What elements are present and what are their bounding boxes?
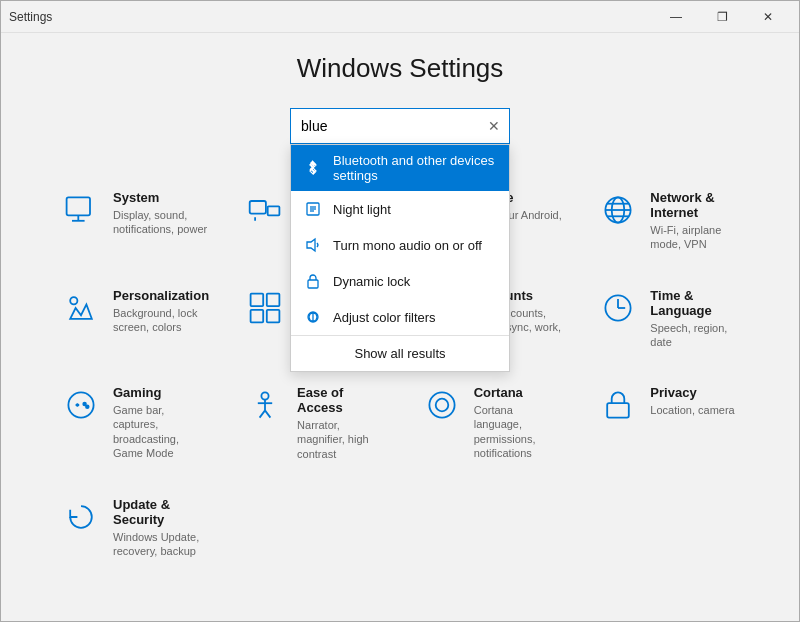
update-title: Update & Security	[113, 497, 209, 527]
search-container: ✕ Bluetooth and other devices settings	[41, 108, 759, 144]
nightlight-icon	[303, 199, 323, 219]
dropdown-item-dynamiclock[interactable]: Dynamic lock	[291, 263, 509, 299]
main-content: Windows Settings ✕ Bluetooth and other d…	[1, 33, 799, 593]
search-wrapper: ✕ Bluetooth and other devices settings	[290, 108, 510, 144]
apps-icon	[245, 288, 285, 328]
gaming-desc: Game bar, captures, broadcasting, Game M…	[113, 403, 209, 460]
update-desc: Windows Update, recovery, backup	[113, 530, 209, 559]
svg-point-39	[429, 393, 454, 418]
ease-title: Ease of Access	[297, 385, 386, 415]
settings-item-ease[interactable]: Ease of Access Narrator, magnifier, high…	[235, 371, 396, 475]
svg-point-34	[261, 393, 268, 400]
title-bar: Settings — ❐ ✕	[1, 1, 799, 33]
close-button[interactable]: ✕	[745, 1, 791, 33]
search-input[interactable]	[290, 108, 510, 144]
bluetooth-icon	[303, 158, 323, 178]
system-desc: Display, sound, notifications, power	[113, 208, 209, 237]
svg-rect-12	[268, 206, 280, 215]
nightlight-label: Night light	[333, 202, 391, 217]
mono-label: Turn mono audio on or off	[333, 238, 482, 253]
svg-rect-25	[251, 309, 264, 322]
svg-point-31	[68, 393, 93, 418]
dynamiclock-label: Dynamic lock	[333, 274, 410, 289]
color-icon	[303, 307, 323, 327]
svg-line-38	[265, 411, 270, 418]
minimize-button[interactable]: —	[653, 1, 699, 33]
settings-item-gaming[interactable]: Gaming Game bar, captures, broadcasting,…	[51, 371, 219, 475]
svg-point-22	[70, 297, 77, 304]
search-clear-button[interactable]: ✕	[484, 116, 504, 136]
svg-rect-26	[267, 309, 280, 322]
show-all-results[interactable]: Show all results	[291, 335, 509, 371]
page-title: Windows Settings	[41, 53, 759, 84]
svg-rect-8	[67, 197, 90, 215]
bluetooth-label: Bluetooth and other devices settings	[333, 153, 497, 183]
system-title: System	[113, 190, 209, 205]
svg-rect-23	[251, 293, 264, 306]
svg-rect-41	[608, 403, 630, 417]
settings-item-update[interactable]: Update & Security Windows Update, recove…	[51, 483, 219, 573]
update-icon	[61, 497, 101, 537]
privacy-desc: Location, camera	[650, 403, 734, 417]
svg-point-32	[83, 403, 86, 406]
colorfilters-label: Adjust color filters	[333, 310, 436, 325]
window-controls: — ❐ ✕	[653, 1, 791, 33]
time-desc: Speech, region, date	[650, 321, 739, 350]
cortana-title: Cortana	[474, 385, 563, 400]
cortana-desc: Cortana language, permissions, notificat…	[474, 403, 563, 460]
svg-point-33	[86, 406, 89, 409]
settings-item-network[interactable]: Network & Internet Wi-Fi, airplane mode,…	[588, 176, 749, 266]
maximize-button[interactable]: ❐	[699, 1, 745, 33]
settings-item-time[interactable]: Time & Language Speech, region, date	[588, 274, 749, 364]
svg-rect-24	[267, 293, 280, 306]
settings-item-cortana[interactable]: Cortana Cortana language, permissions, n…	[412, 371, 573, 475]
svg-point-40	[435, 399, 448, 412]
dropdown-item-mono[interactable]: Turn mono audio on or off	[291, 227, 509, 263]
time-icon	[598, 288, 638, 328]
gaming-icon	[61, 385, 101, 425]
dropdown-item-colorfilters[interactable]: Adjust color filters	[291, 299, 509, 335]
system-icon	[61, 190, 101, 230]
svg-marker-4	[307, 239, 315, 251]
ease-desc: Narrator, magnifier, high contrast	[297, 418, 386, 461]
settings-item-personalization[interactable]: Personalization Background, lock screen,…	[51, 274, 219, 364]
search-dropdown: Bluetooth and other devices settings Nig…	[290, 144, 510, 372]
svg-rect-5	[308, 280, 318, 288]
privacy-icon	[598, 385, 638, 425]
personalization-title: Personalization	[113, 288, 209, 303]
svg-rect-11	[250, 201, 266, 214]
personalization-icon	[61, 288, 101, 328]
lock-icon	[303, 271, 323, 291]
dropdown-item-nightlight[interactable]: Night light	[291, 191, 509, 227]
network-desc: Wi-Fi, airplane mode, VPN	[650, 223, 739, 252]
svg-line-37	[260, 411, 265, 418]
settings-item-privacy[interactable]: Privacy Location, camera	[588, 371, 749, 475]
network-icon	[598, 190, 638, 230]
time-title: Time & Language	[650, 288, 739, 318]
ease-icon	[245, 385, 285, 425]
settings-item-system[interactable]: System Display, sound, notifications, po…	[51, 176, 219, 266]
devices-icon	[245, 190, 285, 230]
personalization-desc: Background, lock screen, colors	[113, 306, 209, 335]
audio-icon	[303, 235, 323, 255]
window-title: Settings	[9, 10, 52, 24]
dropdown-item-bluetooth[interactable]: Bluetooth and other devices settings	[291, 145, 509, 191]
privacy-title: Privacy	[650, 385, 734, 400]
gaming-title: Gaming	[113, 385, 209, 400]
network-title: Network & Internet	[650, 190, 739, 220]
cortana-icon	[422, 385, 462, 425]
